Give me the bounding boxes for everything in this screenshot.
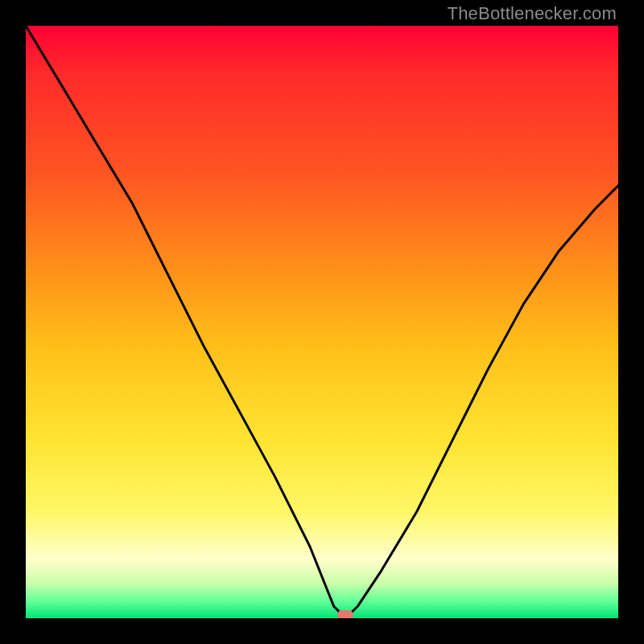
bottleneck-curve: [26, 26, 618, 618]
watermark-text: TheBottlenecker.com: [448, 3, 617, 24]
optimal-point-marker: [337, 610, 353, 618]
plot-area: [26, 26, 618, 618]
chart-frame: TheBottlenecker.com: [0, 0, 644, 644]
